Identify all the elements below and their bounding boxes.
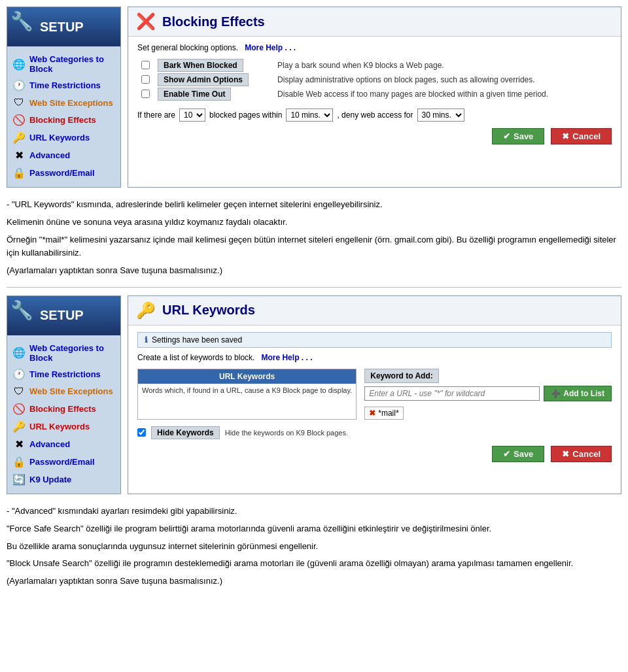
cancel-x-icon-2: ✖ (562, 449, 569, 459)
sidebar2-time-restrictions-label: Time Restrictions (29, 369, 101, 379)
bark-checkbox-cell (137, 59, 154, 73)
blocking-effects-title: Blocking Effects (162, 14, 265, 29)
sidebar2-item-blocking-effects[interactable]: 🚫 Blocking Effects (7, 400, 120, 418)
add-to-list-button[interactable]: ➕ Add to List (544, 386, 612, 401)
k9-update-icon: 🔄 (12, 473, 26, 486)
hide-keywords-label: Hide Keywords (151, 426, 220, 439)
sidebar2-item-web-categories[interactable]: 🌐 Web Categories to Block (7, 341, 120, 365)
admin-checkbox[interactable] (141, 75, 150, 84)
sidebar2-blocking-effects-label: Blocking Effects (29, 404, 96, 414)
timeout-label-cell: Enable Time Out (154, 88, 273, 102)
blocking-effects-cancel-button[interactable]: ✖ Cancel (551, 128, 612, 144)
setup-header-1: 🔧 SETUP (7, 7, 120, 46)
tools-icon: 🔧 (10, 10, 33, 32)
blocking-effects-save-label: Save (514, 131, 533, 141)
web-categories-icon: 🌐 (12, 58, 26, 71)
url-keywords-panel: 🔑 URL Keywords ℹ Settings have been save… (128, 295, 621, 494)
blocking-effects-header: ❌ Blocking Effects (128, 7, 621, 37)
sidebar-nav-2: 🌐 Web Categories to Block 🕐 Time Restric… (7, 335, 120, 494)
keyword-input[interactable] (364, 386, 540, 401)
timeout-label: Enable Time Out (158, 88, 231, 101)
if-there-are-row: If there are 10 5 15 20 blocked pages wi… (137, 109, 612, 122)
url-keywords-two-col: URL Keywords Words which, if found in a … (137, 369, 612, 420)
blocking-icon-2: 🚫 (12, 403, 26, 415)
sidebar-item-web-categories[interactable]: 🌐 Web Categories to Block (7, 52, 120, 76)
sidebar2-item-k9-update[interactable]: 🔄 K9 Update (7, 471, 120, 488)
hide-keywords-checkbox[interactable] (137, 428, 146, 437)
advanced-icon: ✖ (12, 149, 26, 161)
sidebar-1: 🔧 SETUP 🌐 Web Categories to Block 🕐 Time… (7, 7, 121, 188)
url-kw-icon: 🔑 (12, 131, 26, 144)
blocking-icon: 🚫 (12, 114, 26, 126)
sidebar2-item-url-keywords[interactable]: 🔑 URL Keywords (7, 418, 120, 435)
sidebar-item-blocking-effects[interactable]: 🚫 Blocking Effects (7, 111, 120, 129)
timeout-checkbox[interactable] (141, 90, 150, 98)
sidebar2-web-site-exceptions-label: Web Site Exceptions (29, 386, 113, 396)
blocking-effects-cancel-label: Cancel (572, 131, 601, 141)
url-kw-box-header: URL Keywords (138, 369, 356, 384)
sidebar2-password-email-label: Password/Email (29, 457, 95, 467)
sidebar2-url-keywords-label: URL Keywords (29, 422, 90, 431)
blocking-effects-desc: Set general blocking options. More Help … (137, 43, 612, 52)
timeout-desc: Disable Web access if too many pages are… (273, 88, 612, 102)
setup-header-2: 🔧 SETUP (7, 296, 120, 335)
blocking-effects-save-button[interactable]: ✔ Save (492, 128, 544, 144)
sidebar-item-password-email[interactable]: 🔒 Password/Email (7, 164, 120, 182)
keyword-add-area: Keyword to Add: ➕ Add to List ✖ *mail* (364, 369, 612, 420)
time-icon-2: 🕐 (12, 368, 26, 380)
sidebar-item-web-site-exceptions[interactable]: 🛡 Web Site Exceptions (7, 94, 120, 111)
url-keywords-info-bar: ℹ Settings have been saved (137, 332, 612, 348)
url-keywords-body: ℹ Settings have been saved Create a list… (128, 326, 621, 469)
sidebar2-item-time-restrictions[interactable]: 🕐 Time Restrictions (7, 365, 120, 383)
setup-label-2: SETUP (40, 308, 84, 323)
sidebar-item-advanced-label: Advanced (29, 150, 70, 160)
deny-duration-select[interactable]: 30 mins. 10 mins. 1 hour 2 hours (417, 109, 464, 122)
sidebar2-item-password-email[interactable]: 🔒 Password/Email (7, 453, 120, 471)
admin-label-cell: Show Admin Options (154, 73, 273, 88)
password-icon-2: 🔒 (12, 456, 26, 468)
bark-checkbox[interactable] (141, 61, 150, 69)
url-kw-icon-2: 🔑 (12, 420, 26, 433)
admin-desc: Display administrative options on block … (273, 73, 612, 88)
time-icon: 🕐 (12, 79, 26, 92)
sidebar-item-web-site-exceptions-label: Web Site Exceptions (29, 98, 113, 108)
save-check-icon-2: ✔ (503, 449, 510, 459)
sidebar-item-password-email-label: Password/Email (29, 168, 95, 178)
url-keywords-save-label: Save (514, 449, 533, 459)
sidebar-item-time-restrictions[interactable]: 🕐 Time Restrictions (7, 76, 120, 94)
text2-p5: (Ayarlamaları yaptıktan sonra Save tuşun… (7, 575, 621, 588)
url-keywords-cancel-button[interactable]: ✖ Cancel (551, 446, 612, 462)
url-kw-box-desc: Words which, if found in a URL, cause a … (138, 384, 356, 397)
url-keywords-save-button[interactable]: ✔ Save (492, 446, 544, 462)
bark-label-cell: Bark When Blocked (154, 59, 273, 73)
sidebar2-web-categories-label: Web Categories to Block (29, 343, 115, 363)
url-keywords-title: URL Keywords (162, 303, 255, 318)
url-keywords-cancel-label: Cancel (572, 449, 601, 459)
setup-label-1: SETUP (40, 20, 84, 35)
deny-web-access-label: , deny web access for (337, 110, 413, 120)
add-to-list-label: Add to List (563, 389, 604, 398)
sidebar-2: 🔧 SETUP 🌐 Web Categories to Block 🕐 Time… (7, 295, 121, 494)
sidebar-item-blocking-effects-label: Blocking Effects (29, 115, 96, 125)
text2-p3: Bu özellikle arama sonuçlarında uygunsuz… (7, 540, 621, 554)
admin-label: Show Admin Options (158, 73, 249, 86)
if-count-select[interactable]: 10 5 15 20 (179, 109, 205, 122)
blocking-effects-header-icon: ❌ (136, 12, 156, 31)
url-keywords-info-text: Settings have been saved (152, 335, 242, 344)
url-keywords-more-help[interactable]: More Help . . . (261, 353, 312, 362)
blocking-effects-body: Set general blocking options. More Help … (128, 37, 621, 151)
sidebar-item-advanced[interactable]: ✖ Advanced (7, 146, 120, 164)
save-check-icon: ✔ (503, 131, 510, 141)
section-url-keywords: 🔧 SETUP 🌐 Web Categories to Block 🕐 Time… (7, 295, 621, 494)
url-keywords-header: 🔑 URL Keywords (128, 296, 621, 326)
sidebar2-item-web-site-exceptions[interactable]: 🛡 Web Site Exceptions (7, 383, 120, 400)
sidebar2-item-advanced[interactable]: ✖ Advanced (7, 435, 120, 453)
keyword-remove-icon[interactable]: ✖ (369, 409, 375, 418)
text2-p2: "Force Safe Search" özelliği ile program… (7, 522, 621, 536)
cancel-x-icon: ✖ (562, 131, 569, 141)
within-time-select[interactable]: 10 mins. 5 mins. 15 mins. 30 mins. (286, 109, 333, 122)
sidebar-item-url-keywords[interactable]: 🔑 URL Keywords (7, 129, 120, 146)
info-icon: ℹ (145, 335, 148, 344)
hide-keywords-row: Hide Keywords Hide the keywords on K9 Bl… (137, 426, 612, 439)
blocking-effects-more-help[interactable]: More Help . . . (245, 43, 296, 52)
